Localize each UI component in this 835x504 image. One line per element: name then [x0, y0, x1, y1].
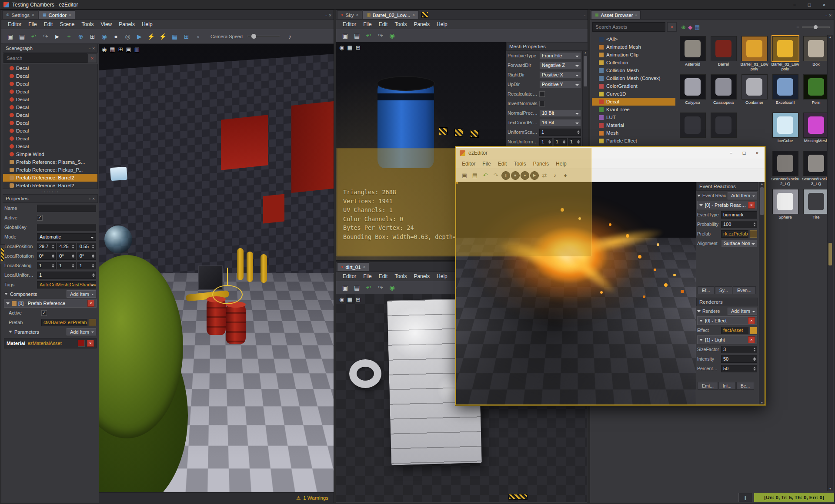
minimize-button[interactable]	[725, 148, 738, 158]
tab-close-icon[interactable]	[32, 13, 34, 17]
asset-type-filter[interactable]: Particle Effect	[592, 137, 675, 145]
document-tab[interactable]: ● dirt_01	[337, 262, 369, 271]
name-input[interactable]	[37, 205, 96, 212]
asset-item[interactable]: ExcelsiorII	[770, 73, 801, 112]
asset-item[interactable]: Barrel_02_Lowpoly	[770, 35, 801, 73]
asset-header-icon[interactable]: ⊕	[681, 24, 686, 30]
gizmo-axis[interactable]	[227, 268, 228, 286]
collapse-icon[interactable]	[697, 309, 701, 313]
scenegraph-item[interactable]: Decal	[3, 135, 97, 143]
viewport-tool-icon[interactable]: ⊞	[356, 296, 361, 303]
mode-dropdown[interactable]: Automatic	[37, 233, 96, 241]
menu-item[interactable]: Help	[434, 272, 451, 280]
document-tab[interactable]: ▥ Barrel_02_Low...	[363, 10, 419, 19]
asset-type-filter[interactable]: ColorGradient	[592, 82, 675, 90]
toolbar-button[interactable]: ▤	[351, 282, 362, 293]
uniform-scaling-field[interactable]: 1	[539, 129, 581, 136]
toolbar-button[interactable]: ▤	[351, 30, 362, 41]
collapse-icon[interactable]	[699, 338, 703, 342]
asset-item[interactable]	[677, 112, 708, 150]
scrollbar-thumb[interactable]	[760, 187, 764, 215]
remove-material-button[interactable]	[87, 340, 94, 347]
clear-search-button[interactable]	[87, 53, 97, 63]
toolbar-button[interactable]: ▤	[470, 171, 480, 180]
asset-search-input[interactable]	[592, 22, 665, 32]
warnings-bar[interactable]: 1 Warnings	[99, 492, 334, 503]
panel-tab[interactable]: Ini...	[718, 382, 736, 390]
toolbar-button[interactable]: ⚡	[146, 31, 157, 42]
primitive-type-dropdown[interactable]: From File	[539, 52, 581, 60]
pause-indicator[interactable]	[738, 493, 752, 502]
asset-type-filter[interactable]: Collection	[592, 59, 675, 66]
rotation-z-field[interactable]: 0°	[77, 252, 96, 260]
menu-item[interactable]: Tools	[511, 160, 529, 168]
minimize-button[interactable]	[787, 0, 802, 9]
collapse-icon[interactable]	[6, 302, 10, 305]
texcoord-precision-dropdown[interactable]: 16 Bit	[539, 119, 581, 126]
speaker-icon[interactable]: ♪	[284, 31, 295, 42]
asset-item[interactable]: Barrel	[708, 35, 739, 73]
particle-editor-window[interactable]: ezEditor EditorFileEditToolsPanelsHelp ▣…	[455, 146, 765, 405]
asset-item[interactable]: Calypso	[677, 73, 708, 112]
effect-asset-field[interactable]: fectAsset	[721, 327, 748, 334]
asset-type-filter[interactable]: Curve1D	[592, 90, 675, 98]
close-panel-icon[interactable]	[329, 13, 331, 18]
prefab-asset-field[interactable]: rk.ezPrefab	[721, 230, 748, 238]
close-button[interactable]	[751, 148, 764, 158]
window-titlebar[interactable]: Testing Chambers - ezEditor	[0, 0, 835, 10]
scenegraph-item[interactable]: Decal	[3, 96, 97, 103]
collapse-icon[interactable]	[4, 292, 8, 296]
tab-close-icon[interactable]	[412, 13, 415, 17]
toolbar-button[interactable]: ▣	[5, 31, 16, 42]
collapsed-panel-tab[interactable]	[0, 244, 5, 264]
float-panel-icon[interactable]	[89, 196, 91, 201]
toolbar-button[interactable]: ∥	[501, 171, 510, 180]
menu-item[interactable]: File	[360, 272, 374, 280]
scenegraph-item[interactable]: Simple Wind	[3, 150, 97, 158]
toolbar-button[interactable]: ▫	[193, 31, 204, 42]
viewport-tool-icon[interactable]: ⊞	[118, 46, 123, 53]
menu-item[interactable]: Tools	[391, 272, 410, 280]
menu-item[interactable]: Edit	[41, 20, 56, 28]
zoom-out-icon[interactable]	[796, 24, 799, 30]
asset-type-filter[interactable]: Decal	[592, 98, 675, 106]
close-panel-icon[interactable]	[92, 196, 95, 201]
collapse-icon[interactable]	[697, 194, 701, 198]
toolbar-button[interactable]: ⇄	[540, 171, 549, 180]
toolbar-button[interactable]: ■	[511, 171, 520, 180]
panel-splitter[interactable]	[3, 189, 98, 194]
selection-gizmo[interactable]	[212, 285, 243, 304]
tab-close-icon[interactable]	[69, 13, 71, 17]
asset-header-icon[interactable]: ▦	[695, 24, 700, 30]
asset-type-filter[interactable]: Animation Clip	[592, 51, 675, 59]
scrollbar[interactable]	[827, 35, 833, 491]
toolbar-button[interactable]: ►	[52, 31, 63, 42]
effect-asset-button[interactable]	[750, 327, 757, 334]
add-event-reaction-button[interactable]: Add Item	[728, 192, 757, 199]
position-y-field[interactable]: 4.25	[57, 243, 76, 250]
menu-item[interactable]: Help	[553, 160, 570, 168]
menu-item[interactable]: Panels	[411, 20, 433, 28]
asset-item[interactable]: Barrel_01_Lowpoly	[739, 35, 770, 73]
gizmo-handle[interactable]	[454, 129, 463, 136]
tab-close-icon[interactable]	[363, 265, 366, 269]
toolbar-button[interactable]: ⊞	[181, 31, 192, 42]
asset-item[interactable]	[708, 112, 739, 150]
close-panel-icon[interactable]	[92, 46, 95, 51]
size-factor-field[interactable]: 3	[721, 346, 757, 353]
scenegraph-item[interactable]: Decal	[3, 103, 97, 111]
menu-item[interactable]: Editor	[340, 272, 359, 280]
probability-field[interactable]: 100	[721, 221, 757, 228]
scaling-x-field[interactable]: 1	[37, 262, 56, 269]
toolbar-button[interactable]: ▶	[530, 171, 539, 180]
toolbar-button[interactable]: ◉	[99, 31, 110, 42]
float-panel-icon[interactable]	[584, 13, 585, 18]
scenegraph-item[interactable]: Prefab Reference: Plasma_S...	[3, 158, 97, 166]
scenegraph-item[interactable]: Decal	[3, 143, 97, 150]
asset-browse-button[interactable]	[89, 319, 96, 326]
percentage-field[interactable]: 50	[721, 365, 757, 372]
scrollbar-thumb[interactable]	[584, 56, 587, 86]
component-active-checkbox[interactable]	[41, 310, 47, 316]
properties-header[interactable]: Properties	[3, 194, 98, 203]
rotation-x-field[interactable]: 0°	[37, 252, 56, 260]
